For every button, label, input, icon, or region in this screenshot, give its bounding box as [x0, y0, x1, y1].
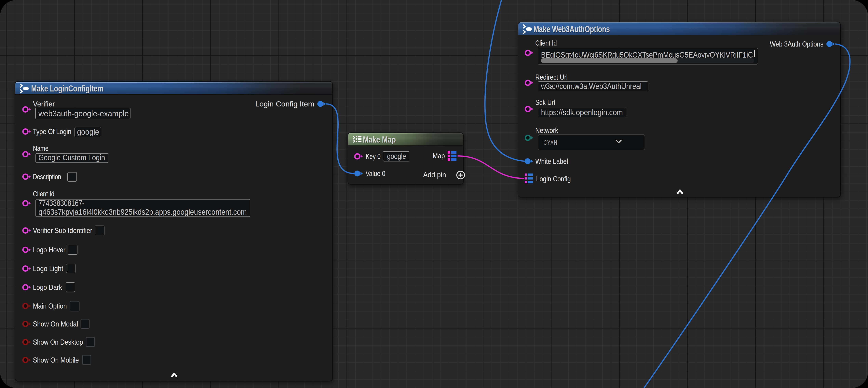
svg-text:Client Id: Client Id — [535, 39, 557, 47]
svg-text:Web 3Auth Options: Web 3Auth Options — [770, 40, 824, 48]
svg-text:Make Web3AuthOptions: Make Web3AuthOptions — [533, 24, 610, 34]
svg-text:Client Id: Client Id — [33, 190, 54, 198]
svg-text:Make LoginConfigItem: Make LoginConfigItem — [31, 84, 103, 93]
svg-text:Show On Modal: Show On Modal — [33, 320, 78, 328]
svg-text:Network: Network — [535, 126, 558, 135]
svg-text:Show On Mobile: Show On Mobile — [33, 356, 79, 364]
svg-text:https://sdk.openlogin.com: https://sdk.openlogin.com — [541, 108, 623, 117]
svg-text:774338308167-: 774338308167- — [38, 199, 84, 207]
svg-text:Value 0: Value 0 — [366, 170, 385, 178]
svg-text:Make Map: Make Map — [363, 135, 396, 144]
svg-text:Add pin: Add pin — [423, 171, 446, 179]
svg-text:Google Custom Login: Google Custom Login — [38, 153, 105, 162]
svg-text:Key 0: Key 0 — [366, 152, 380, 160]
svg-text:google: google — [387, 152, 406, 160]
svg-text:Logo Light: Logo Light — [33, 265, 63, 273]
svg-text:Login Config: Login Config — [536, 175, 571, 183]
svg-text:Show On Desktop: Show On Desktop — [33, 338, 83, 346]
svg-text:Map: Map — [433, 152, 445, 160]
svg-text:Logo Dark: Logo Dark — [33, 283, 62, 291]
svg-text:Redirect Url: Redirect Url — [535, 73, 568, 81]
svg-text:w3a://com.w3a.Web3AuthUnreal: w3a://com.w3a.Web3AuthUnreal — [541, 82, 642, 90]
svg-text:Main Option: Main Option — [33, 302, 67, 310]
svg-text:q463s7kpvja16l4l0kko3nb925ikds: q463s7kpvja16l4l0kko3nb925ikds2p.apps.go… — [38, 208, 247, 216]
svg-text:Login Config Item: Login Config Item — [255, 100, 314, 108]
svg-text:Description: Description — [33, 173, 61, 181]
svg-text:Type Of Login: Type Of Login — [33, 127, 71, 136]
svg-text:web3auth-google-example: web3auth-google-example — [38, 109, 129, 118]
svg-text:google: google — [77, 127, 99, 136]
svg-text:Name: Name — [33, 144, 49, 152]
svg-text:CYAN: CYAN — [544, 139, 558, 146]
svg-text:Logo Hover: Logo Hover — [33, 246, 65, 254]
svg-text:Sdk Url: Sdk Url — [535, 98, 555, 107]
svg-text:Verifier Sub Identifier: Verifier Sub Identifier — [33, 227, 92, 235]
svg-text:White Label: White Label — [535, 157, 568, 166]
svg-text:Verifier: Verifier — [33, 100, 55, 108]
svg-text:BEglQSgt4cUWcj6SKRdu5QkOXTsePm: BEglQSgt4cUWcj6SKRdu5QkOXTsePmMcusG5EAoy… — [541, 51, 753, 59]
